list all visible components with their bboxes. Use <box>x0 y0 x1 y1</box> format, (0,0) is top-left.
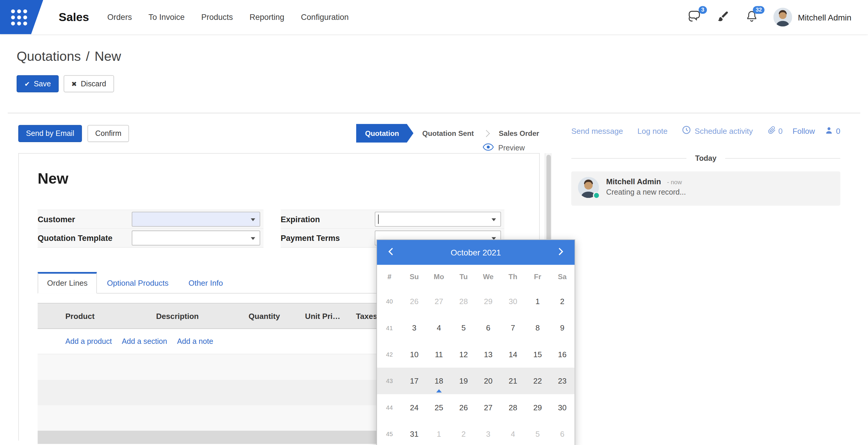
calendar-day[interactable]: 6 <box>476 314 500 341</box>
quotation-template-field[interactable] <box>132 231 260 245</box>
clock-icon <box>682 126 691 136</box>
calendar-day[interactable]: 29 <box>476 288 500 314</box>
breadcrumb-quotations[interactable]: Quotations <box>17 49 81 64</box>
calendar-day[interactable]: 21 <box>500 368 525 394</box>
attachments-button[interactable]: 0 <box>768 126 783 136</box>
calendar-day[interactable]: 14 <box>500 341 525 368</box>
save-label: Save <box>34 79 51 89</box>
calendar-day[interactable]: 1 <box>427 421 451 445</box>
app-name[interactable]: Sales <box>59 10 89 24</box>
user-menu[interactable]: Mitchell Admin <box>774 8 851 26</box>
calendar-week-row: 4210111213141516 <box>377 341 575 368</box>
calendar-day[interactable]: 17 <box>402 368 427 394</box>
expiration-field[interactable] <box>375 212 501 227</box>
followers-button[interactable]: 0 <box>825 126 840 136</box>
calendar-day[interactable]: 2 <box>550 288 575 314</box>
calendar-day[interactable]: 27 <box>476 394 500 421</box>
apps-menu-button[interactable] <box>0 0 43 34</box>
follow-button[interactable]: Follow <box>793 126 815 135</box>
datepicker-month-label[interactable]: October 2021 <box>405 248 547 257</box>
message-time: - now <box>667 179 682 185</box>
today-label: Today <box>695 154 716 163</box>
calendar-day[interactable]: 22 <box>525 368 550 394</box>
calendar-day[interactable]: 9 <box>550 314 575 341</box>
previous-month-button[interactable] <box>377 240 405 265</box>
calendar-day[interactable]: 7 <box>500 314 525 341</box>
calendar-day[interactable]: 30 <box>550 394 575 421</box>
calendar-day[interactable]: 5 <box>525 421 550 445</box>
calendar-day[interactable]: 5 <box>451 314 476 341</box>
calendar-day[interactable]: 18 <box>427 368 451 394</box>
user-name: Mitchell Admin <box>798 12 851 22</box>
followers-count: 0 <box>836 126 840 135</box>
preview-button[interactable]: Preview <box>483 143 525 153</box>
add-a-section-link[interactable]: Add a section <box>122 337 167 346</box>
discard-button[interactable]: ✖ Discard <box>64 75 114 92</box>
send-by-email-button[interactable]: Send by Email <box>18 125 82 142</box>
message-body: Creating a new record... <box>606 188 686 196</box>
calendar-day[interactable]: 3 <box>402 314 427 341</box>
calendar-day[interactable]: 6 <box>550 421 575 445</box>
activities-badge: 32 <box>753 6 765 14</box>
user-avatar <box>774 8 792 26</box>
calendar-day[interactable]: 28 <box>451 288 476 314</box>
confirm-button[interactable]: Confirm <box>88 125 129 142</box>
calendar-day[interactable]: 16 <box>550 341 575 368</box>
screen: Sales Orders To Invoice Products Reporti… <box>0 0 868 445</box>
calendar-day[interactable]: 8 <box>525 314 550 341</box>
menu-products[interactable]: Products <box>201 13 233 22</box>
messages-button[interactable]: 3 <box>687 10 701 24</box>
calendar-day[interactable]: 26 <box>402 288 427 314</box>
menu-configuration[interactable]: Configuration <box>301 13 349 22</box>
calendar-day[interactable]: 20 <box>476 368 500 394</box>
discard-label: Discard <box>81 79 106 89</box>
paperclip-icon <box>768 126 776 136</box>
field-row-customer: Customer <box>38 209 264 229</box>
status-quotation-sent[interactable]: Quotation Sent <box>413 124 483 142</box>
calendar-day[interactable]: 10 <box>402 341 427 368</box>
calendar-day[interactable]: 26 <box>451 394 476 421</box>
calendar-day[interactable]: 24 <box>402 394 427 421</box>
calendar-day[interactable]: 11 <box>427 341 451 368</box>
add-a-product-link[interactable]: Add a product <box>65 337 112 346</box>
calendar-week-row: 4317181920212223 <box>377 368 575 394</box>
calendar-day[interactable]: 19 <box>451 368 476 394</box>
log-note-button[interactable]: Log note <box>638 126 668 135</box>
menu-to-invoice[interactable]: To Invoice <box>149 13 185 22</box>
customer-field[interactable] <box>132 212 260 227</box>
activities-button[interactable]: 32 <box>745 10 759 24</box>
calendar-day[interactable]: 23 <box>550 368 575 394</box>
brush-button[interactable] <box>716 10 730 24</box>
send-message-button[interactable]: Send message <box>571 126 623 135</box>
calendar-day[interactable]: 13 <box>476 341 500 368</box>
calendar-day[interactable]: 31 <box>402 421 427 445</box>
calendar-day[interactable]: 4 <box>500 421 525 445</box>
tab-other-info[interactable]: Other Info <box>179 274 233 293</box>
calendar-day[interactable]: 4 <box>427 314 451 341</box>
calendar-week-row: 413456789 <box>377 314 575 341</box>
calendar-day[interactable]: 28 <box>500 394 525 421</box>
calendar-day[interactable]: 29 <box>525 394 550 421</box>
menu-reporting[interactable]: Reporting <box>250 13 284 22</box>
calendar-day[interactable]: 2 <box>451 421 476 445</box>
calendar-day[interactable]: 30 <box>500 288 525 314</box>
status-quotation[interactable]: Quotation <box>356 124 413 142</box>
tab-optional-products[interactable]: Optional Products <box>97 274 178 293</box>
schedule-activity-button[interactable]: Schedule activity <box>682 126 753 136</box>
next-month-button[interactable] <box>547 240 575 265</box>
week-number: 42 <box>377 341 402 368</box>
status-sales-order[interactable]: Sales Order <box>490 124 548 142</box>
tab-order-lines[interactable]: Order Lines <box>38 272 97 294</box>
add-a-note-link[interactable]: Add a note <box>177 337 213 346</box>
chevron-right-icon <box>558 247 563 258</box>
column-unit-price: Unit Price <box>305 311 356 320</box>
calendar-day[interactable]: 25 <box>427 394 451 421</box>
calendar-day[interactable]: 15 <box>525 341 550 368</box>
calendar-week-row: 4424252627282930 <box>377 394 575 421</box>
calendar-day[interactable]: 3 <box>476 421 500 445</box>
calendar-day[interactable]: 12 <box>451 341 476 368</box>
save-button[interactable]: ✔ Save <box>17 75 59 92</box>
calendar-day[interactable]: 27 <box>427 288 451 314</box>
menu-orders[interactable]: Orders <box>107 13 132 22</box>
calendar-day[interactable]: 1 <box>525 288 550 314</box>
